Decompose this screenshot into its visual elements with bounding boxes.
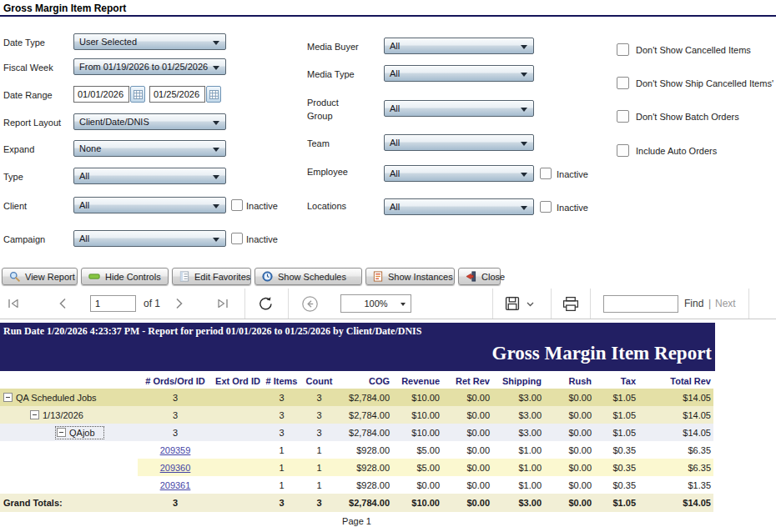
product-group-dropdown[interactable]: All: [384, 100, 534, 117]
campaign-label: Campaign: [3, 234, 45, 244]
report-layout-dropdown[interactable]: Client/Date/DNIS: [73, 113, 226, 130]
employee-dropdown[interactable]: All: [384, 165, 534, 182]
page-footer: Page 1: [0, 516, 713, 526]
product-group-label-line1: Product: [307, 98, 339, 108]
employee-inactive-checkbox[interactable]: [540, 168, 552, 179]
chevron-down-icon: [521, 142, 527, 146]
first-page-icon[interactable]: [7, 298, 21, 309]
col-header-shipping: Shipping: [492, 373, 544, 389]
order-link[interactable]: 209360: [160, 463, 191, 473]
report-title: Gross Margin Item Report: [0, 343, 712, 364]
report-layout-label: Report Layout: [3, 118, 61, 128]
include-auto-orders-label: Include Auto Orders: [636, 146, 717, 156]
chevron-down-icon: [213, 41, 219, 45]
print-icon[interactable]: [562, 296, 579, 312]
order-link[interactable]: 209359: [160, 445, 191, 455]
last-page-icon[interactable]: [215, 298, 229, 309]
find-input[interactable]: [603, 295, 678, 313]
dont-show-cancelled-label: Don't Show Cancelled Items: [636, 45, 751, 55]
calendar-icon[interactable]: [130, 86, 145, 103]
date-type-dropdown[interactable]: User Selected: [73, 33, 226, 50]
dont-show-batch-orders-checkbox[interactable]: [617, 110, 629, 123]
product-group-label-line2: Group: [307, 111, 333, 121]
show-instances-button[interactable]: Show Instances: [365, 268, 455, 285]
campaign-inactive-checkbox[interactable]: [231, 233, 243, 244]
chevron-down-icon: [213, 148, 219, 152]
report-page-icon: [373, 271, 383, 282]
client-label: Client: [3, 201, 27, 211]
close-button[interactable]: Close: [458, 268, 501, 285]
locations-label: Locations: [307, 201, 346, 211]
fiscal-week-dropdown[interactable]: From 01/19/2026 to 01/25/2026: [73, 58, 226, 75]
team-label: Team: [307, 138, 330, 148]
focused-cell: QAjob: [55, 426, 104, 439]
col-header-retrev: Ret Rev: [442, 373, 492, 389]
client-inactive-checkbox[interactable]: [231, 199, 243, 211]
back-icon[interactable]: [301, 295, 319, 313]
locations-inactive-checkbox[interactable]: [540, 201, 552, 213]
date-from-input[interactable]: [73, 86, 129, 103]
calendar-icon[interactable]: [206, 86, 221, 103]
next-page-icon[interactable]: [175, 298, 184, 309]
view-report-button[interactable]: View Report: [2, 268, 78, 285]
col-header-tax: Tax: [594, 373, 638, 389]
prev-page-icon[interactable]: [58, 298, 67, 309]
chevron-down-icon: [521, 206, 527, 210]
toolbar-separator: [244, 289, 245, 319]
toolbar-separator: [590, 289, 591, 319]
client-dropdown[interactable]: All: [73, 197, 226, 213]
report-viewer-toolbar: of 1 100% Find |: [0, 289, 776, 319]
green-bar-icon: [88, 271, 100, 282]
chevron-down-icon[interactable]: [527, 302, 534, 307]
campaign-dropdown[interactable]: All: [73, 230, 226, 247]
exit-door-icon: [466, 271, 476, 282]
find-next-separator: |: [708, 298, 711, 309]
save-icon[interactable]: [505, 296, 520, 311]
team-dropdown[interactable]: All: [384, 134, 534, 151]
show-schedules-button[interactable]: Show Schedules: [254, 268, 362, 285]
chevron-down-icon: [213, 121, 219, 125]
dont-show-ship-cancelled-checkbox[interactable]: [617, 77, 629, 89]
col-header-count: Count: [300, 373, 338, 389]
table-row-group: QA Scheduled Jobs 3 3 3 $2,784.00 $10.00…: [0, 389, 713, 406]
type-dropdown[interactable]: All: [73, 168, 226, 184]
locations-dropdown[interactable]: All: [384, 198, 534, 215]
page-count-label: of 1: [144, 298, 160, 309]
media-buyer-dropdown[interactable]: All: [384, 38, 534, 54]
refresh-icon[interactable]: [258, 296, 274, 312]
table-row-job: QAjob 3 3 3 $2,784.00 $10.00 $0.00 $3.00…: [0, 424, 713, 441]
chevron-down-icon: [213, 66, 219, 70]
collapse-icon[interactable]: [30, 410, 39, 419]
col-header-totalrev: Total Rev: [638, 373, 713, 389]
table-row-order: 209360 1 1 $928.00 $5.00 $0.00 $1.00 $0.…: [0, 459, 713, 476]
hide-controls-button[interactable]: Hide Controls: [81, 268, 169, 285]
toolbar-separator: [748, 289, 749, 319]
chevron-down-icon: [521, 173, 527, 177]
collapse-icon[interactable]: [3, 393, 13, 402]
next-button[interactable]: Next: [715, 298, 736, 309]
edit-favorites-button[interactable]: Edit Favorites: [172, 268, 251, 285]
report-table: # Ords/Ord ID Ext Ord ID # Items Count C…: [0, 373, 713, 512]
page-number-input[interactable]: [90, 295, 136, 312]
date-type-label: Date Type: [3, 38, 45, 48]
expand-dropdown[interactable]: None: [73, 140, 226, 157]
chevron-down-icon: [213, 175, 219, 179]
chevron-down-icon: [401, 303, 406, 306]
toolbar-separator: [551, 289, 552, 319]
date-to-input[interactable]: [149, 86, 205, 103]
fiscal-week-label: Fiscal Week: [3, 63, 53, 73]
media-type-dropdown[interactable]: All: [384, 65, 534, 82]
expand-label: Expand: [3, 144, 34, 154]
find-button[interactable]: Find: [684, 298, 703, 309]
order-link[interactable]: 209361: [160, 480, 191, 490]
media-buyer-label: Media Buyer: [307, 42, 359, 52]
dont-show-cancelled-checkbox[interactable]: [617, 43, 629, 56]
report-run-line: Run Date 1/20/2026 4:23:37 PM - Report f…: [3, 325, 704, 338]
chevron-down-icon: [521, 73, 527, 77]
col-header-rush: Rush: [544, 373, 594, 389]
chevron-down-icon: [521, 45, 527, 49]
dont-show-ship-cancelled-label: Don't Show Ship Cancelled Items': [636, 78, 773, 88]
collapse-icon[interactable]: [57, 428, 66, 437]
include-auto-orders-checkbox[interactable]: [617, 144, 629, 157]
zoom-select[interactable]: 100%: [340, 294, 411, 313]
